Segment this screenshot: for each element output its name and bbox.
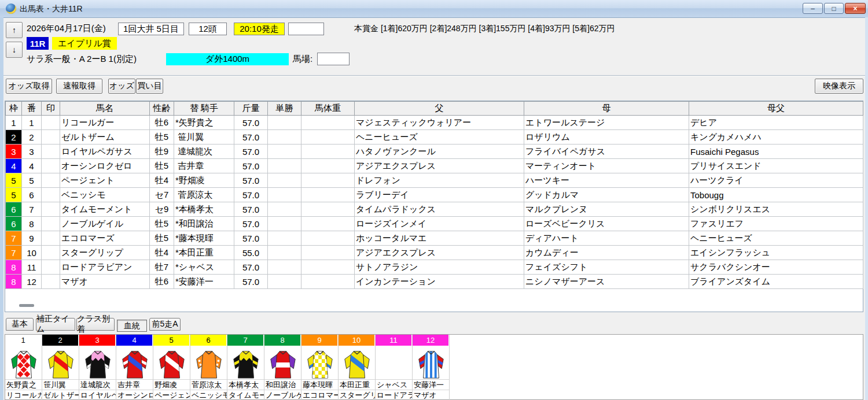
silk-jockey-name: 達城龍次 (79, 380, 116, 390)
table-row[interactable]: 68ノーブルゲイル牡5*和田譲治57.0ロージズインメイローズベビークリスファス… (6, 217, 863, 231)
cell-sex-age: セ9 (150, 202, 174, 217)
cell-sex-age: セ7 (150, 188, 174, 202)
silk-horse-number[interactable]: 6 (190, 335, 227, 346)
cell-dam: ディアハート (524, 231, 689, 246)
column-header-win-odds: 単勝 (268, 102, 301, 116)
close-button-icon[interactable]: × (845, 3, 866, 14)
table-row[interactable]: 812マザオ牡6*安藤洋一57.0インカンテーションニシノマザーアースブライアン… (6, 275, 863, 289)
silk-horse-number[interactable]: 10 (339, 335, 375, 346)
prev-race-button[interactable]: ↑ (6, 22, 23, 38)
silk-horse-name: スターグリップ (339, 390, 375, 400)
silk-jockey-name: 矢野貴之 (5, 380, 42, 390)
cell-sex-age: 牡6 (150, 275, 174, 289)
title-bar[interactable]: 出馬表・大井11R – □ × (0, 0, 868, 18)
silk-horse-number[interactable]: 1 (5, 335, 42, 346)
cell-sire: ハタノヴァンクール (355, 145, 524, 159)
head-count-field: 12頭 (189, 23, 227, 35)
cell-jockey: 笹川翼 (174, 130, 234, 145)
cell-frame: 4 (6, 159, 22, 173)
silk-jockey-name: 本橋孝太 (227, 380, 264, 390)
cell-dam: フェイズシフト (524, 260, 689, 275)
video-display-button[interactable]: 映像表示 (815, 79, 863, 94)
bet-picks-button[interactable]: 買い目 (136, 79, 163, 94)
table-row[interactable]: 79エコロマーズ牡5*藤本現暉57.0ホッコータルマエディアハートヘニーヒューズ (6, 231, 863, 246)
jockey-silk-icon (416, 348, 446, 379)
silk-horse-number[interactable]: 7 (227, 335, 264, 346)
cell-mark (42, 130, 60, 145)
cell-frame: 5 (6, 188, 22, 202)
table-row[interactable]: 22ゼルトザーム牡5 笹川翼57.0ヘニーヒューズロザリウムキングカメハメハ (6, 130, 863, 145)
silk-horse-name: ロイヤルペガサス (79, 390, 116, 400)
table-row[interactable]: 44オーシンロクゼロ牡5 吉井章57.0アジアエクスプレスマーティンオートプリサ… (6, 159, 863, 173)
cell-weight: 57.0 (234, 188, 268, 202)
cell-horse-name: リコールガー (60, 116, 150, 130)
cell-mark (42, 116, 60, 130)
silk-horse-number[interactable]: 8 (264, 335, 301, 346)
silk-horse-number[interactable]: 4 (116, 335, 153, 346)
cell-horse-weight (301, 173, 355, 188)
silk-jockey-name: 吉井章 (116, 380, 153, 390)
cell-horse-weight (301, 275, 355, 289)
tab-class-finish[interactable]: クラス別着 (76, 318, 115, 331)
table-row[interactable]: 710スターグリップ牡4*本田正重55.0アジアエクスプレスカウムディーエイシン… (6, 246, 863, 260)
cell-frame: 3 (6, 145, 22, 159)
silk-column: 6 菅原涼太ベニッシモ (190, 335, 227, 400)
hscrollbar-thumb[interactable] (19, 304, 34, 307)
silk-horse-number[interactable]: 11 (376, 335, 412, 346)
jockey-silk-icon (231, 348, 261, 379)
silk-horse-name: ノーブルゲイル (264, 390, 301, 400)
track-condition-input[interactable] (317, 53, 350, 65)
cell-mark (42, 202, 60, 217)
cell-frame: 5 (6, 173, 22, 188)
cell-sex-age: 牡7 (150, 260, 174, 275)
cell-sex-age: 牡4 (150, 246, 174, 260)
cell-sire: タイムパラドックス (355, 202, 524, 217)
table-row[interactable]: 33ロイヤルペガサス牡9 達城龍次57.0ハタノヴァンクールフライバイペガサスF… (6, 145, 863, 159)
table-row[interactable]: 56ベニッシモセ7 菅原涼太57.0ラブリーデイグッドカルマTobougg (6, 188, 863, 202)
cell-weight: 57.0 (234, 202, 268, 217)
race-number-badge: 11R (27, 37, 49, 50)
cell-horse-name: ノーブルゲイル (60, 217, 150, 231)
silk-horse-name: リコールガー (5, 390, 42, 400)
cell-mark (42, 231, 60, 246)
silk-horse-number[interactable]: 2 (42, 335, 79, 346)
cell-number: 3 (22, 145, 42, 159)
tab-pedigree[interactable]: 血統 (117, 320, 147, 332)
silk-horse-number[interactable]: 12 (413, 335, 449, 346)
table-row[interactable]: 55ページェント牡4*野畑凌57.0ドレフォンハーツキーハーツクライ (6, 173, 863, 188)
table-row[interactable]: 67タイムモーメントセ9*本橋孝太57.0タイムパラドックスマルクプレンヌシンボ… (6, 202, 863, 217)
silk-horse-number[interactable]: 9 (301, 335, 338, 346)
jockey-silk-icon (120, 348, 150, 379)
cell-frame: 6 (6, 217, 22, 231)
cell-sire: ヘニーヒューズ (355, 130, 524, 145)
silk-horse-number[interactable]: 3 (79, 335, 116, 346)
jockey-silk-icon (268, 348, 298, 379)
minimize-button-icon[interactable]: – (803, 3, 823, 14)
cell-jockey: *本田正重 (174, 246, 234, 260)
table-row[interactable]: 11リコールガー牡6*矢野貴之57.0マジェスティックウォリアーエトワールステー… (6, 116, 863, 130)
silk-column: 9 藤本現暉エコロマーズ (301, 335, 339, 400)
cell-frame: 8 (6, 275, 22, 289)
odds-button[interactable]: オッズ (108, 79, 135, 94)
tab-basic[interactable]: 基本 (6, 318, 34, 331)
table-row[interactable]: 811ロードアラビアン牡7*シャベス57.0サトノアラジンフェイズシフトサクラバ… (6, 260, 863, 275)
maximize-button-icon[interactable]: □ (824, 3, 844, 14)
table-header-row: 枠番印馬名性齢替 騎手斤量単勝馬体重父母母父 (6, 102, 863, 116)
silk-horse-number[interactable]: 5 (153, 335, 190, 346)
cell-weight: 57.0 (234, 260, 268, 275)
tab-corrected-time[interactable]: 補正タイム (36, 318, 75, 331)
cell-mark (42, 145, 60, 159)
cell-dam: カウムディー (524, 246, 689, 260)
cell-horse-weight (301, 188, 355, 202)
silk-jockey-name: 安藤洋一 (413, 380, 449, 390)
cell-sire: ロージズインメイ (355, 217, 524, 231)
cell-mark (42, 260, 60, 275)
start-aux-input[interactable] (288, 23, 324, 35)
tab-last-5-runs[interactable]: 前5走A (149, 318, 181, 331)
next-race-button[interactable]: ↓ (6, 42, 23, 58)
get-odds-button[interactable]: オッズ取得 (6, 79, 52, 94)
get-flash-button[interactable]: 速報取得 (56, 79, 102, 94)
cell-number: 8 (22, 217, 42, 231)
meeting-field: 1回大井 5日目 (118, 23, 184, 35)
silk-jockey-name: 野畑凌 (153, 380, 190, 390)
